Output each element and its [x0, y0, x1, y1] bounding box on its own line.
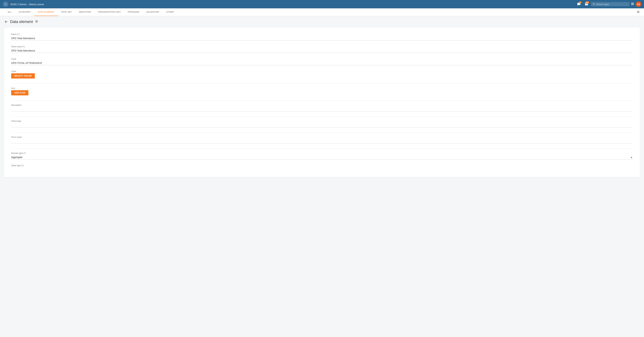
description-input[interactable] — [11, 107, 633, 111]
color-field: Color SELECT COLOR — [11, 70, 633, 78]
subnav-validation[interactable]: VALIDATION — [143, 8, 163, 16]
settings-icon — [637, 10, 640, 13]
subnav-settings[interactable] — [637, 10, 640, 14]
description-label: Description — [11, 104, 633, 106]
short-name-field: Short name (*) — [11, 45, 633, 53]
form-card: Name (*) Short name (*) Code Color SELEC… — [4, 27, 640, 177]
name-label: Name (*) — [11, 33, 633, 35]
name-input[interactable] — [11, 36, 633, 40]
notifications-badge: 99+ — [585, 1, 589, 3]
description-field: Description — [11, 104, 633, 111]
user-avatar[interactable]: AS — [636, 1, 641, 7]
subnav-category[interactable]: CATEGORY — [15, 8, 34, 16]
subnav: ALL CATEGORY DATA ELEMENT DATA SET INDIC… — [0, 8, 644, 16]
subnav-indicator[interactable]: INDICATOR — [76, 8, 94, 16]
page-content: Data element Name (*) Short name (*) Cod… — [0, 16, 644, 181]
value-type-field: Value type (*) — [11, 164, 633, 167]
code-field: Code — [11, 58, 633, 65]
back-button[interactable] — [4, 20, 8, 24]
field-mask-label: Field mask — [11, 120, 633, 122]
short-name-input[interactable] — [11, 48, 633, 53]
field-mask-field: Field mask — [11, 120, 633, 127]
app-title: DHIS 2 Demo - Sierra Leone — [10, 3, 574, 6]
subnav-other[interactable]: OTHER — [162, 8, 178, 16]
notifications-button[interactable]: 99+ — [583, 1, 590, 7]
domain-type-label: Domain type (*) — [11, 152, 633, 154]
color-label: Color — [11, 70, 633, 73]
name-field: Name (*) — [11, 33, 633, 40]
topbar-icons: 2 99+ AS — [576, 1, 641, 7]
divider-3 — [11, 116, 633, 116]
subnav-data-set[interactable]: DATA SET — [58, 8, 76, 16]
search-input[interactable] — [596, 3, 628, 5]
apps-grid-button[interactable] — [631, 2, 634, 6]
topbar: ⬡ DHIS 2 Demo - Sierra Leone 2 99+ A — [0, 0, 644, 8]
short-name-label: Short name (*) — [11, 45, 633, 48]
grid-icon — [631, 2, 634, 5]
form-name-label: Form name — [11, 136, 633, 138]
app-logo[interactable]: ⬡ — [3, 1, 8, 7]
page-title: Data element — [10, 19, 33, 24]
field-mask-input[interactable] — [11, 123, 633, 127]
search-bar — [591, 2, 629, 6]
value-type-label: Value type (*) — [11, 164, 633, 167]
subnav-org-unit[interactable]: ORGANISATION UNIT — [94, 8, 124, 16]
subnav-data-element[interactable]: DATA ELEMENT — [34, 8, 58, 16]
domain-type-select-wrapper: Aggregate Tracker ▾ — [11, 155, 633, 159]
back-arrow-icon — [4, 20, 8, 24]
form-name-field: Form name — [11, 136, 633, 143]
code-input[interactable] — [11, 61, 633, 65]
select-color-button[interactable]: SELECT COLOR — [11, 73, 35, 78]
subnav-program[interactable]: PROGRAM — [124, 8, 143, 16]
search-icon — [593, 3, 595, 5]
domain-type-field: Domain type (*) Aggregate Tracker ▾ — [11, 152, 633, 159]
form-name-input[interactable] — [11, 139, 633, 143]
help-circle-icon — [35, 20, 38, 23]
help-icon[interactable] — [35, 20, 38, 24]
messages-badge: 2 — [579, 1, 582, 3]
divider-2 — [11, 100, 633, 100]
page-header: Data element — [4, 19, 640, 24]
messages-button[interactable]: 2 — [576, 1, 582, 7]
domain-type-select[interactable]: Aggregate Tracker — [11, 155, 633, 159]
code-label: Code — [11, 58, 633, 60]
logo-icon: ⬡ — [4, 3, 6, 5]
icon-label: Icon — [11, 87, 633, 89]
subnav-all[interactable]: ALL — [4, 8, 15, 16]
icon-field: Icon ADD ICON — [11, 87, 633, 95]
add-icon-button[interactable]: ADD ICON — [11, 90, 28, 95]
